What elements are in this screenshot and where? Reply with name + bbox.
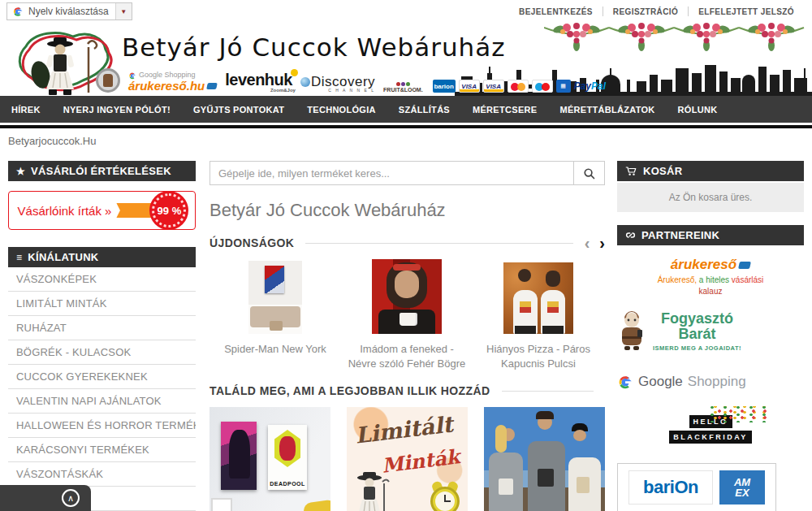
google-g-icon (617, 374, 633, 390)
search-input[interactable] (210, 162, 573, 184)
find-section-header: TALÁLD MEG, AMI A LEGJOBBAN ILLIK HOZZÁD (209, 384, 605, 397)
nav-item-rolunk[interactable]: RÓLUNK (667, 105, 729, 115)
amex-logo: AM EX (719, 470, 765, 505)
nav-item-meretcsere[interactable]: MÉRETCSERE (461, 105, 548, 115)
scroll-to-top-widget[interactable]: ∧ (0, 485, 91, 511)
partner-google-shopping[interactable]: Google Shopping (617, 374, 804, 390)
shopping-label: Shopping (688, 374, 746, 390)
news-section-header: ÚJDONSÁGOK ‹ › (209, 235, 605, 251)
product-card-spiderman[interactable]: Spider-Man New York (209, 258, 341, 370)
cart-header-label: KOSÁR (643, 165, 682, 177)
chevron-up-icon[interactable]: ∧ (62, 489, 80, 507)
login-link[interactable]: BEJELENTKEZÉS (509, 7, 603, 16)
sidebar-item-bogrek-kulacsok[interactable]: BÖGRÉK - KULACSOK (8, 340, 196, 365)
reviews-link-label[interactable]: Vásárlóink írták » (18, 204, 112, 218)
search-button[interactable] (573, 162, 604, 184)
partner-blackfriday[interactable]: HELLO BLACKFRIDAY (617, 413, 804, 444)
product-title[interactable]: Imádom a feneked - Névre szóló Fehér Bög… (341, 342, 473, 370)
product-card-hoodie[interactable]: Hiányos Pizza - Páros Kapucnis Pulcsi (473, 258, 604, 370)
tagline-part3: vásárlási (732, 275, 763, 284)
sidebar-item-limitalt-mintak[interactable]: LIMITÁLT MINTÁK (8, 292, 196, 316)
betyar-character-illustration (353, 470, 391, 511)
customer-reviews-widget[interactable]: Vásárlóink írták » 99 % (8, 191, 196, 230)
chevron-down-icon[interactable]: ▼ (115, 3, 132, 19)
monk-mascot-icon (617, 310, 646, 353)
alarm-clock-illustration (429, 482, 461, 511)
sidebar-item-ruhazat[interactable]: RUHÁZAT (8, 316, 196, 340)
register-link[interactable]: REGISZTRÁCIÓ (603, 7, 688, 16)
arukereso-partner-logo: árukereső (671, 257, 736, 273)
carousel-prev-button[interactable]: ‹ (585, 235, 590, 251)
mastercard-chip (508, 80, 529, 93)
arukereso-logo: árukereső.hu (128, 80, 217, 93)
barion-logo: bariOn (628, 470, 713, 505)
product-image-mug[interactable] (372, 258, 442, 334)
product-title[interactable]: Hiányos Pizza - Páros Kapucnis Pulcsi (473, 342, 604, 370)
anime-poster-image (221, 422, 257, 490)
carousel-next-button[interactable]: › (599, 235, 605, 251)
account-links: BEJELENTKEZÉS REGISZTRÁCIÓ ELFELEJTETT J… (509, 0, 804, 23)
nav-item-szallitas[interactable]: SZÁLLÍTÁS (387, 105, 461, 115)
confetti-decoration (710, 406, 767, 422)
hoodie-print (538, 469, 554, 487)
right-sidebar: KOSÁR Az Ön kosara üres. PARTNEREINK áru… (617, 161, 804, 511)
product-title[interactable]: Spider-Man New York (219, 342, 331, 357)
partner-fogyasztobarat[interactable]: Fogyasztó Barát ISMERD MEG A JOGAIDAT! (617, 310, 804, 353)
person-hair (536, 411, 554, 419)
sidebar-item-valentin[interactable]: VALENTIN NAPI AJÁNLATOK (8, 389, 196, 414)
levenhuk-label: levenhuk (225, 71, 292, 89)
payment-logos: barion VISA VISA ▦ PayPal (433, 80, 606, 93)
sidebar-item-vaszontaskak[interactable]: VÁSZONTÁSKÁK (8, 462, 196, 487)
nav-item-gyujts-pontokat[interactable]: GYŰJTS PONTOKAT (182, 105, 296, 115)
person-hair (495, 425, 507, 453)
arukereso-block: Google Shopping árukereső.hu (128, 71, 217, 93)
sidebar-item-karacsonyi[interactable]: KARÁCSONYI TERMÉKEK (8, 438, 196, 462)
paypal-logo: PayPal (574, 80, 606, 92)
arukereso-tagline: Árukereső, a hiteles vásárlási (658, 275, 764, 284)
sidebar-item-cuccok-gyerekeknek[interactable]: CUCCOK GYEREKEKNEK (8, 365, 196, 389)
partners-panel-header: PARTNEREINK (617, 225, 804, 245)
nav-item-nyerj-polot[interactable]: NYERJ INGYEN PÓLÓT! (52, 105, 182, 115)
product-image-hoodie[interactable] (503, 258, 573, 334)
deadpool-label: DEADPOOL (268, 481, 307, 487)
fogyasztobarat-stamp-icon (96, 68, 120, 93)
page: Nyelv kiválasztása ▼ BEJELENTKEZÉS REGIS… (0, 0, 812, 511)
tshirt-print (499, 479, 513, 495)
forgot-password-link[interactable]: ELFELEJTETT JELSZÓ (689, 7, 804, 16)
breadcrumb[interactable]: Betyarjocuccok.Hu (8, 135, 96, 147)
discovery-label: Discovery (311, 75, 375, 89)
product-card-mug[interactable]: Imádom a feneked - Névre szóló Fehér Bög… (341, 258, 473, 370)
page-title: Betyár Jó Cuccok Webáruház (209, 200, 605, 221)
sidebar-item-halloween[interactable]: HALLOWEEN ÉS HORROR TERMÉKEK (8, 414, 196, 438)
search-icon (583, 167, 595, 180)
sidebar-item-vaszonkepek[interactable]: VÁSZONKÉPEK (8, 267, 196, 292)
nav-item-hirek[interactable]: HÍREK (0, 105, 52, 115)
banner-limitalt-mintak[interactable]: Limitált Minták (347, 407, 468, 511)
left-sidebar: ★ VÁSÁRLÓI ÉRTÉKELÉSEK Vásárlóink írták … (8, 161, 196, 511)
discovery-sublabel: C H A N N E L (328, 89, 375, 93)
reviews-header-label: VÁSÁRLÓI ÉRTÉKELÉSEK (31, 165, 171, 177)
divider (305, 243, 572, 244)
paypal-pay: Pay (574, 80, 591, 92)
product-image-spiderman[interactable] (248, 258, 302, 334)
banner-tshirts-people[interactable] (484, 407, 605, 511)
fogyasztobarat-name2: Barát (679, 327, 716, 343)
partner-barion-amex-box[interactable]: bariOn AM EX (617, 463, 776, 511)
news-title: ÚJDONSÁGOK (209, 236, 294, 249)
arukereso-tagline2: kalauz (699, 287, 723, 296)
partners-header-label: PARTNEREINK (641, 229, 719, 241)
nav-item-merettablazatok[interactable]: MÉRETTÁBLÁZATOK (548, 105, 666, 115)
google-translate-icon (12, 6, 24, 17)
banner-canvas-prints[interactable]: DEADPOOL (209, 407, 330, 511)
arukereso-label: árukereső.hu (128, 80, 205, 93)
fruit-cluster-icon (396, 82, 410, 86)
tagline-part2: a hiteles (697, 275, 732, 284)
language-selector[interactable]: Nyelv kiválasztása ▼ (6, 2, 132, 20)
catalog-panel-header: ≡ KÍNÁLATUNK (8, 247, 196, 267)
site-title: Betyár Jó Cuccok Webáruház (122, 32, 560, 62)
partner-arukereso[interactable]: árukereső Árukereső, a hiteles vásárlási… (617, 257, 804, 296)
cart-empty-message: Az Ön kosara üres. (617, 183, 804, 212)
canvas-frames (211, 498, 232, 511)
discovery-logo: Discovery C H A N N E L (300, 75, 375, 93)
nav-item-technologia[interactable]: TECHNOLÓGIA (296, 105, 387, 115)
